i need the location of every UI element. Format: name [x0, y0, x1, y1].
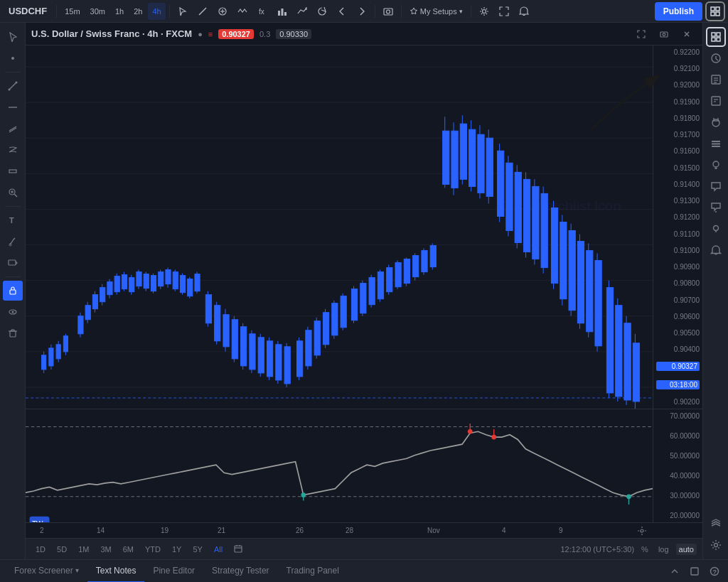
time-2: 2	[40, 527, 44, 534]
tf-calendar-btn[interactable]	[230, 543, 247, 556]
oscillator-chart: TW	[26, 409, 653, 537]
tf-3m[interactable]: 3M	[96, 544, 115, 555]
hotlist-btn[interactable]	[706, 134, 726, 153]
osc-60: 60.00000	[656, 432, 700, 440]
tf-6m[interactable]: 6M	[119, 544, 138, 555]
svg-text:fx: fx	[259, 8, 264, 16]
price-axis: 0.92200 0.92100 0.92000 0.91900 0.91800 …	[653, 45, 702, 409]
formula-tool-btn[interactable]: fx	[253, 3, 272, 20]
economic-calendar-btn[interactable]	[706, 112, 726, 132]
chat1-btn[interactable]	[706, 176, 726, 196]
forward-btn[interactable]	[353, 3, 371, 20]
trash-tool[interactable]	[3, 323, 23, 343]
tab-text-notes[interactable]: Text Notes	[87, 560, 145, 583]
measure-tool[interactable]	[3, 161, 23, 181]
help-btn[interactable]: ?	[707, 564, 722, 579]
percent-label[interactable]: %	[638, 544, 651, 555]
price-tool-btn[interactable]	[213, 3, 232, 20]
my-setups-btn[interactable]: My Setups ▾	[405, 3, 467, 20]
cursor-tool[interactable]	[3, 27, 23, 47]
expand-btn[interactable]	[631, 24, 651, 44]
fib-tool[interactable]	[3, 140, 23, 160]
tf-15m-btn[interactable]: 15m	[60, 3, 84, 20]
back-btn[interactable]	[333, 3, 351, 20]
eye-tool[interactable]	[3, 302, 23, 322]
channel-tool[interactable]	[3, 119, 23, 139]
ideas-icon-btn[interactable]	[706, 91, 726, 111]
tf-30m-btn[interactable]: 30m	[86, 3, 109, 20]
chat2-btn[interactable]	[706, 198, 726, 217]
svg-rect-136	[378, 272, 383, 299]
svg-rect-35	[10, 331, 16, 337]
svg-rect-174	[551, 208, 557, 283]
settings-btn[interactable]	[475, 3, 493, 20]
price-note-tool[interactable]	[3, 253, 23, 273]
svg-rect-144	[413, 256, 419, 277]
svg-rect-98	[205, 295, 211, 323]
maximize-bottom-btn[interactable]	[687, 564, 702, 579]
tf-5d[interactable]: 5D	[53, 544, 71, 555]
watchlist-panel-btn[interactable]	[706, 27, 726, 47]
zoom-tool[interactable]	[3, 183, 23, 203]
dot-tool[interactable]	[3, 48, 23, 68]
ideas2-btn[interactable]	[706, 155, 726, 175]
collapse-bottom-btn[interactable]	[667, 564, 682, 579]
time-axis-settings[interactable]	[635, 524, 649, 538]
svg-rect-32	[10, 290, 16, 294]
chart-toolbar: 1D 5D 1M 3M 6M YTD 1Y 5Y All 12:12:00 (U…	[26, 538, 702, 559]
brush-tool[interactable]	[3, 232, 23, 252]
main-chart[interactable]: Click Watchlist Icon	[26, 45, 702, 409]
publish-btn[interactable]: Publish	[655, 2, 702, 21]
svg-point-30	[9, 244, 11, 246]
price-0.90400: 0.90400	[656, 345, 700, 353]
svg-rect-182	[587, 251, 593, 332]
line-tool-btn[interactable]	[193, 3, 212, 20]
time-28: 28	[346, 527, 353, 534]
compare-btn[interactable]	[293, 3, 311, 20]
settings-sidebar-btn[interactable]	[706, 535, 726, 555]
tf-1d[interactable]: 1D	[31, 544, 50, 555]
tf-5y[interactable]: 5Y	[188, 544, 206, 555]
screenshot-chart-btn[interactable]	[654, 24, 674, 44]
screenshot-btn[interactable]	[379, 3, 397, 20]
tf-4h-btn[interactable]: 4h	[148, 3, 165, 20]
svg-point-239	[714, 544, 717, 547]
svg-rect-156	[469, 129, 476, 186]
wave-tool-btn[interactable]	[233, 3, 252, 20]
bar-chart-btn[interactable]	[273, 3, 291, 20]
tab-pine-editor[interactable]: Pine Editor	[144, 560, 203, 583]
horizontal-line-tool[interactable]	[3, 97, 23, 117]
tf-2h-btn[interactable]: 2h	[129, 3, 146, 20]
tab-strategy-tester[interactable]: Strategy Tester	[203, 560, 277, 583]
log-label[interactable]: log	[655, 544, 672, 555]
time-display: 12:12:00 (UTC+5:30)	[560, 545, 634, 554]
svg-rect-192	[633, 343, 639, 402]
tf-ytd[interactable]: YTD	[141, 544, 165, 555]
tf-1h-btn[interactable]: 1h	[111, 3, 128, 20]
ideas3-btn[interactable]	[706, 219, 726, 239]
trend-line-tool[interactable]	[3, 76, 23, 96]
price-0.90800: 0.90800	[656, 279, 700, 287]
alert-sidebar-btn[interactable]	[706, 240, 726, 260]
svg-rect-240	[691, 568, 698, 575]
svg-rect-56	[42, 355, 46, 370]
tab-trading-panel[interactable]: Trading Panel	[278, 560, 348, 583]
tf-1y[interactable]: 1Y	[168, 544, 186, 555]
news-icon-btn[interactable]	[706, 70, 726, 90]
svg-rect-158	[478, 134, 484, 193]
replay-btn[interactable]	[313, 3, 331, 20]
text-tool[interactable]: T	[3, 210, 23, 230]
layers-btn[interactable]	[706, 514, 726, 534]
tf-all[interactable]: All	[210, 544, 227, 555]
fullscreen-btn[interactable]	[495, 3, 513, 20]
tf-1m[interactable]: 1M	[74, 544, 93, 555]
auto-label[interactable]: auto	[676, 544, 697, 555]
svg-rect-106	[241, 327, 247, 366]
watchlist-icon-btn[interactable]	[705, 1, 725, 21]
tab-forex-screener[interactable]: Forex Screener ▾	[6, 560, 87, 583]
alert-btn[interactable]	[515, 3, 533, 20]
lock-tool[interactable]	[3, 281, 23, 301]
clock-icon-btn[interactable]	[706, 48, 726, 68]
cursor-tool-btn[interactable]	[173, 3, 192, 20]
close-chart-btn[interactable]	[677, 24, 697, 44]
